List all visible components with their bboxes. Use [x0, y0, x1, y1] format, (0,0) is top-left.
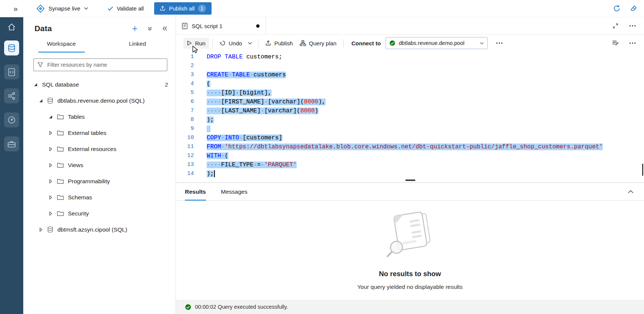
tree-item-count: 2 — [165, 81, 168, 88]
tab-more-icon[interactable] — [629, 25, 636, 27]
manage-icon — [8, 140, 16, 148]
tree-item-label: dbtlabs.revenue.demo.pool (SQL) — [57, 97, 145, 104]
tab-results[interactable]: Results — [185, 183, 206, 200]
rail-item-monitor[interactable] — [0, 108, 23, 132]
tree-item-programmability[interactable]: Programmability — [23, 173, 176, 189]
editor-line: 11FROM·'https://dbtlabsynapsedatalake.bl… — [176, 142, 644, 151]
tree-item-external-resources[interactable]: External resources — [23, 141, 176, 157]
empty-results-title: No results to show — [379, 270, 441, 278]
whitespace-dots: ···· — [207, 108, 221, 114]
vertical-scrollbar-thumb[interactable] — [642, 164, 643, 176]
selection-highlight: ); — [207, 117, 214, 123]
expand-arrow-icon[interactable] — [38, 227, 43, 232]
folder-icon — [57, 194, 64, 200]
tab-sql-script-1[interactable]: SQL script 1 — [176, 17, 266, 34]
selection-highlight: ( — [207, 81, 210, 87]
tree-item-sql-database[interactable]: SQL database2 — [23, 76, 176, 93]
collapse-panel-icon[interactable] — [162, 26, 167, 31]
empty-results-subtitle: Your query yielded no displayable result… — [357, 284, 462, 290]
undo-label: Undo — [229, 40, 242, 46]
rail-item-develop[interactable] — [0, 60, 23, 84]
selection-highlight: ····[ID]·[bigint], — [207, 90, 272, 96]
selection-highlight: ····[LAST_NAME]·[varchar](8000) — [207, 108, 318, 114]
line-number: 5 — [176, 88, 194, 97]
rail-item-home[interactable] — [0, 18, 23, 36]
line-content: DROP TABLE customers; — [207, 52, 282, 61]
monitor-icon — [8, 116, 16, 124]
filter-funnel-icon — [38, 62, 43, 67]
validate-all-button[interactable]: Validate all — [108, 5, 144, 12]
expand-arrow-icon[interactable] — [48, 147, 53, 151]
collapse-arrow-icon[interactable] — [38, 99, 43, 103]
collapse-results-icon[interactable] — [628, 190, 633, 193]
tree-item-schemas[interactable]: Schemas — [23, 189, 176, 205]
editor-line: 10COPY·INTO·[customers] — [176, 133, 644, 142]
toolbar-more-icon[interactable] — [494, 40, 505, 46]
run-play-icon — [187, 40, 192, 46]
tree-item-security[interactable]: Security — [23, 205, 176, 221]
folder-icon — [57, 114, 64, 120]
rail-item-data[interactable] — [0, 36, 23, 60]
whitespace-dots: · — [221, 144, 225, 150]
rail-item-integrate[interactable] — [0, 84, 23, 108]
sql-script-icon — [182, 23, 188, 29]
toolbar-separator — [212, 39, 213, 47]
collapse-arrow-icon[interactable] — [33, 83, 38, 87]
results-tab-bar: ResultsMessages — [176, 183, 644, 201]
selection-highlight: WITH·( — [207, 153, 228, 159]
run-label: Run — [195, 40, 206, 46]
hub-rail — [0, 17, 23, 314]
filter-input[interactable] — [47, 61, 163, 68]
horizontal-scrollbar-thumb[interactable] — [405, 179, 415, 181]
tab-title: SQL script 1 — [192, 23, 222, 29]
collapse-arrow-icon[interactable] — [48, 115, 53, 119]
tree-item-dbtmsft-azsyn-cipool-sql[interactable]: dbtmsft.azsyn.cipool (SQL) — [23, 221, 176, 238]
line-content: ); — [207, 169, 215, 178]
expand-arrow-icon[interactable] — [48, 211, 53, 216]
line-content: ····[LAST_NAME]·[varchar](8000) — [207, 106, 318, 115]
line-content: CREATE·TABLE·customers — [207, 70, 286, 79]
query-plan-label: Query plan — [309, 40, 336, 46]
query-plan-button[interactable]: Query plan — [296, 38, 340, 49]
editor-line: 5····[ID]·[bigint], — [176, 88, 644, 97]
expand-arrow-icon[interactable] — [48, 179, 53, 184]
sql-editor[interactable]: 1DROP TABLE customers;23CREATE·TABLE·cus… — [176, 51, 644, 182]
tree-item-label: External tables — [68, 130, 107, 136]
tree-item-dbtlabs-revenue-demo-pool-sql[interactable]: dbtlabs.revenue.demo.pool (SQL) — [23, 93, 176, 109]
pool-select-value: dbtlabs.revenue.demo.pool — [399, 40, 476, 46]
add-resource-icon[interactable] — [132, 26, 138, 31]
editor-line: 4( — [176, 79, 644, 88]
whitespace-dots: · — [221, 135, 225, 141]
tree-item-tables[interactable]: Tables — [23, 109, 176, 125]
clear-cache-icon[interactable] — [630, 5, 637, 12]
selection-highlight: CREATE·TABLE·customers — [207, 72, 286, 78]
line-number: 8 — [176, 115, 194, 124]
top-command-bar: » Synapse live Validate all Publish all … — [0, 0, 644, 17]
expand-arrow-icon[interactable] — [48, 163, 53, 167]
pool-select[interactable]: dbtlabs.revenue.demo.pool — [386, 37, 488, 49]
publish-all-button[interactable]: Publish all 1 — [154, 2, 211, 15]
selection-highlight: FROM·'https://dbtlabsynapsedatalake.blob… — [207, 144, 603, 150]
tab-workspace[interactable]: Workspace — [23, 35, 99, 52]
editor-more-icon[interactable] — [629, 42, 636, 44]
rail-item-manage[interactable] — [0, 132, 23, 156]
double-chevron-down-icon[interactable] — [147, 26, 152, 31]
expand-rail-icon[interactable]: » — [14, 5, 18, 12]
tab-messages[interactable]: Messages — [221, 183, 248, 200]
refresh-icon[interactable] — [613, 5, 620, 12]
tree-item-label: Programmability — [68, 178, 110, 185]
editor-line: 6····[FIRST_NAME]·[varchar](8000), — [176, 97, 644, 106]
tree-item-views[interactable]: Views — [23, 157, 176, 173]
undo-button[interactable]: Undo — [216, 38, 246, 49]
tree-item-label: Views — [68, 162, 83, 169]
tree-item-external-tables[interactable]: External tables — [23, 125, 176, 141]
undo-dropdown-icon[interactable] — [245, 40, 255, 47]
tab-linked[interactable]: Linked — [99, 35, 176, 52]
expand-arrow-icon[interactable] — [48, 195, 53, 200]
expand-arrow-icon[interactable] — [48, 131, 53, 135]
publish-button[interactable]: Publish — [262, 38, 296, 49]
mode-switcher[interactable]: Synapse live — [36, 4, 88, 13]
develop-icon — [8, 68, 15, 76]
expand-editor-icon[interactable] — [613, 23, 618, 28]
properties-icon[interactable] — [612, 40, 619, 46]
